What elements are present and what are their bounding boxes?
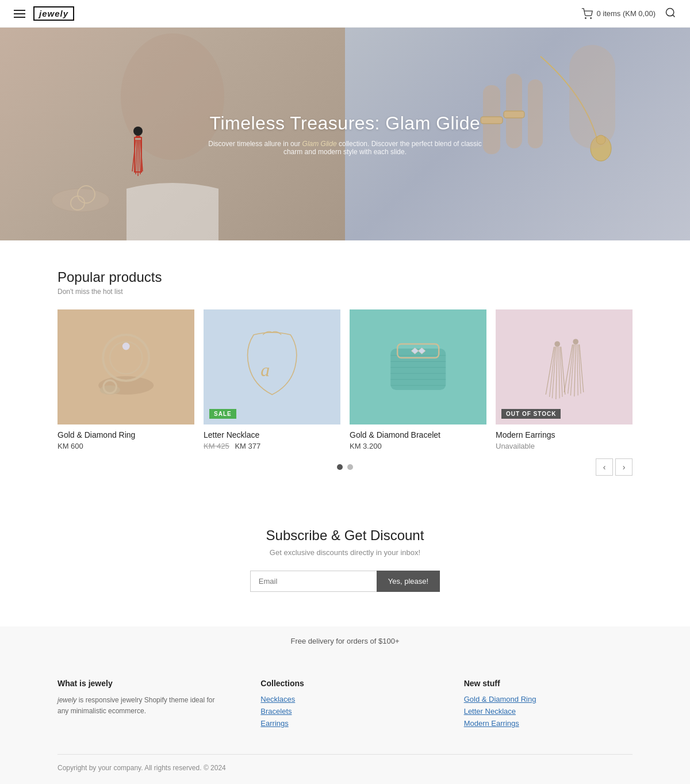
subscribe-title: Subscribe & Get Discount [12, 527, 678, 544]
product-card-3[interactable]: OUT OF STOCK Modern Earrings Unavailable [496, 309, 632, 450]
bracelet-illustration [363, 321, 473, 413]
svg-line-47 [560, 347, 562, 397]
product-card-0[interactable]: Gold & Diamond Ring KM 600 [57, 309, 194, 450]
cart-text: 0 items (KM 0,00) [596, 9, 656, 18]
footer-link-earrings[interactable]: Earrings [260, 719, 429, 728]
products-grid: Gold & Diamond Ring KM 600 a SALE [57, 309, 632, 450]
product-name-0: Gold & Diamond Ring [57, 430, 194, 439]
product-name-2: Gold & Diamond Bracelet [350, 430, 486, 439]
necklace-illustration: a [217, 321, 327, 413]
footer-about-post: is responsive jewelry Shopify theme idea… [57, 696, 214, 715]
product-price-0: KM 600 [57, 442, 194, 450]
svg-line-53 [574, 345, 576, 396]
product-price-2: KM 3.200 [350, 442, 486, 450]
popular-products-section: Popular products Don't miss the hot list… [0, 240, 690, 493]
footer-link-modern-earrings[interactable]: Modern Earrings [464, 719, 632, 728]
svg-point-1 [591, 17, 592, 18]
svg-point-49 [573, 339, 578, 345]
next-arrow-button[interactable]: › [615, 458, 632, 476]
product-card-2[interactable]: Gold & Diamond Bracelet KM 3.200 [350, 309, 486, 450]
svg-text:a: a [260, 360, 270, 380]
ring-illustration [71, 321, 181, 413]
svg-point-5 [133, 127, 143, 136]
svg-line-46 [558, 347, 559, 399]
prev-arrow-button[interactable]: ‹ [596, 458, 613, 476]
pagination-dot-2[interactable] [347, 464, 353, 470]
svg-point-2 [666, 9, 674, 16]
product-price-1: KM 425 KM 377 [204, 442, 340, 450]
earrings-illustration [509, 321, 619, 413]
svg-rect-31 [390, 349, 446, 390]
search-button[interactable] [665, 7, 676, 20]
header-right: 0 items (KM 0,00) [581, 7, 676, 20]
product-image-1: a SALE [204, 309, 340, 424]
cart-icon [581, 8, 593, 20]
footer-link-bracelets[interactable]: Bracelets [260, 707, 429, 716]
product-image-2 [350, 309, 486, 424]
popular-title: Popular products [57, 269, 632, 285]
footer-about-title: What is jewely [57, 679, 226, 688]
svg-line-45 [556, 347, 557, 399]
svg-line-56 [579, 345, 583, 392]
footer-about-col: What is jewely jewely is responsive jewe… [57, 679, 226, 731]
svg-line-9 [136, 140, 137, 174]
svg-line-3 [673, 15, 675, 17]
footer-about-em: jewely [57, 696, 76, 704]
svg-point-41 [554, 341, 560, 347]
hero-overlay: Timeless Treasures: Glam Glide Discover … [201, 113, 489, 156]
hero-section: Timeless Treasures: Glam Glide Discover … [0, 28, 690, 240]
footer-collections-col: Collections Necklaces Bracelets Earrings [260, 679, 429, 731]
svg-rect-20 [504, 111, 524, 118]
subscribe-form: Yes, please! [12, 571, 678, 592]
free-delivery-banner: Free delivery for orders of $100+ [0, 626, 690, 656]
copyright-text: Copyright by your company. All rights re… [57, 764, 226, 772]
header: jewely 0 items (KM 0,00) [0, 0, 690, 28]
footer-columns: What is jewely jewely is responsive jewe… [57, 679, 632, 731]
pagination-dot-1[interactable] [337, 464, 343, 470]
subscribe-button[interactable]: Yes, please! [377, 571, 440, 592]
subscribe-subtitle: Get exclusive discounts directly in your… [12, 548, 678, 557]
logo[interactable]: jewely [33, 6, 74, 21]
pagination: ‹ › [57, 464, 632, 470]
nav-arrows: ‹ › [596, 458, 632, 476]
hero-subtitle: Discover timeless allure in our Glam Gli… [201, 140, 489, 156]
badge-out-3: OUT OF STOCK [501, 409, 561, 419]
footer-link-necklaces[interactable]: Necklaces [260, 695, 429, 703]
svg-point-27 [122, 343, 130, 350]
hero-subtitle-em: Glam Glide [302, 140, 337, 148]
hero-title: Timeless Treasures: Glam Glide [201, 113, 489, 134]
product-price-3: Unavailable [496, 442, 632, 450]
product-name-1: Letter Necklace [204, 430, 340, 439]
header-left: jewely [14, 6, 74, 21]
footer-link-necklace[interactable]: Letter Necklace [464, 707, 632, 716]
svg-line-54 [577, 345, 578, 396]
svg-rect-23 [569, 45, 615, 148]
footer-new-stuff-col: New stuff Gold & Diamond Ring Letter Nec… [464, 679, 632, 731]
footer-about-desc: jewely is responsive jewelry Shopify the… [57, 695, 226, 717]
svg-point-0 [585, 17, 586, 18]
badge-sale-1: SALE [209, 409, 236, 419]
email-input[interactable] [250, 571, 377, 592]
free-delivery-text: Free delivery for orders of $100+ [291, 637, 400, 645]
svg-line-55 [578, 345, 581, 394]
footer-new-stuff-title: New stuff [464, 679, 632, 688]
footer-link-ring[interactable]: Gold & Diamond Ring [464, 695, 632, 703]
cart-button[interactable]: 0 items (KM 0,00) [581, 8, 656, 20]
footer-collections-title: Collections [260, 679, 429, 688]
popular-subtitle: Don't miss the hot list [57, 288, 632, 296]
product-card-1[interactable]: a SALE Letter Necklace KM 425 KM 377 [204, 309, 340, 450]
hamburger-menu-icon[interactable] [14, 10, 25, 18]
search-icon [665, 7, 676, 18]
footer: What is jewely jewely is responsive jewe… [0, 656, 690, 784]
product-name-3: Modern Earrings [496, 430, 632, 439]
subscribe-section: Subscribe & Get Discount Get exclusive d… [0, 493, 690, 626]
svg-rect-18 [528, 79, 543, 148]
footer-copyright: Copyright by your company. All rights re… [57, 754, 632, 772]
product-image-0 [57, 309, 194, 424]
product-image-3: OUT OF STOCK [496, 309, 632, 424]
hero-subtitle-pre: Discover timeless allure in our [208, 140, 302, 148]
